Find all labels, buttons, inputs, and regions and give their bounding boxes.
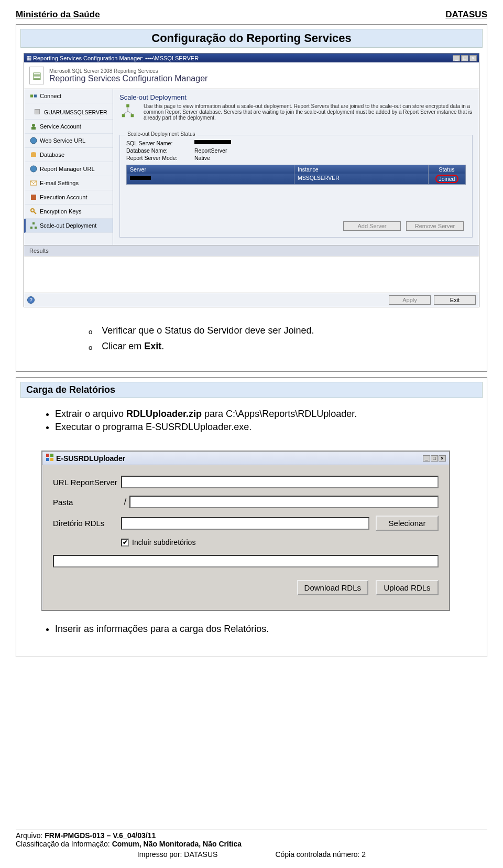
svg-rect-15 [35, 227, 37, 229]
th-server: Server [127, 165, 294, 174]
sidebar-item-email-settings[interactable]: E-mail Settings [24, 176, 113, 190]
content-frame-1: Configuração do Reporting Services ▦ Rep… [16, 24, 487, 372]
header-right: DATASUS [445, 9, 487, 20]
svg-rect-14 [30, 227, 32, 229]
nav-label-2: Database [40, 152, 64, 158]
status-v1-redacted [194, 140, 231, 144]
key-icon [30, 208, 37, 215]
svg-point-3 [32, 124, 35, 127]
svg-point-5 [30, 137, 37, 144]
close-button[interactable]: × [469, 55, 477, 61]
rs-app-icon: ▦ [26, 55, 33, 61]
uploader-maximize-button[interactable]: □ [431, 455, 438, 462]
instr1b: Clicar em Exit. [102, 341, 164, 355]
svg-rect-23 [50, 454, 53, 457]
instr3: Inserir as informações para a carga dos … [55, 624, 472, 635]
rs-window-title: Reporting Services Configuration Manager… [33, 55, 199, 61]
svg-rect-24 [46, 458, 49, 461]
include-subdirs-checkbox[interactable]: ✔ [121, 539, 129, 546]
url-input[interactable] [121, 476, 439, 488]
svg-rect-16 [126, 104, 129, 108]
status-k2: Database Name: [126, 147, 194, 154]
svg-line-20 [124, 111, 128, 114]
sidebar-item-web-service-url[interactable]: Web Service URL [24, 134, 113, 148]
content-frame-2: Carga de Relatórios Extrair o arquivo RD… [16, 377, 487, 657]
svg-rect-2 [35, 110, 40, 114]
rs-fieldset-legend: Scale-out Deployment Status [125, 131, 198, 137]
progress-bar [53, 555, 439, 567]
sidebar-instance-label: GUARU\MSSQLSERVER [44, 109, 107, 115]
include-subdirs-label: Incluir subdiretórios [132, 538, 195, 546]
pasta-input[interactable] [129, 496, 439, 508]
svg-rect-4 [31, 127, 36, 130]
rs-config-window: ▦ Reporting Services Configuration Manag… [24, 53, 479, 307]
add-server-button[interactable]: Add Server [343, 221, 401, 231]
rs-sidebar: Connect GUARU\MSSQLSERVER Service Accoun… [24, 89, 113, 245]
svg-rect-17 [122, 114, 125, 117]
svg-rect-10 [31, 195, 36, 200]
uploader-app-icon [46, 453, 54, 463]
nav-label-1: Web Service URL [40, 137, 85, 144]
globe-icon [30, 165, 37, 173]
dir-label: Diretório RDLs [53, 519, 121, 528]
tree-icon [30, 222, 37, 229]
download-rdls-button[interactable]: Download RDLs [297, 580, 368, 595]
instr1a: Verificar que o Status do Servidor deve … [102, 325, 314, 339]
minimize-button[interactable]: _ [453, 55, 460, 61]
rs-header-sub2: Reporting Services Configuration Manager [49, 74, 207, 83]
svg-rect-0 [30, 94, 33, 97]
dir-input[interactable] [121, 517, 369, 530]
remove-server-button[interactable]: Remove Server [406, 221, 464, 231]
apply-button[interactable]: Apply [389, 295, 431, 305]
sidebar-instance[interactable]: GUARU\MSSQLSERVER [24, 105, 113, 120]
uploader-window: E-SUSRDLUploader _ □ × URL ReportServer … [41, 451, 450, 611]
select-button[interactable]: Selecionar [376, 516, 439, 531]
sidebar-item-scale-out[interactable]: Scale-out Deployment [24, 219, 113, 233]
sidebar-item-encryption-keys[interactable]: Encryption Keys [24, 205, 113, 219]
maximize-button[interactable]: □ [461, 55, 468, 61]
svg-point-8 [30, 166, 37, 172]
status-v2: ReportServer [194, 147, 227, 154]
svg-rect-7 [31, 153, 36, 157]
svg-rect-25 [50, 458, 53, 461]
server-icon [34, 109, 41, 116]
pasta-prefix: / [121, 497, 129, 507]
pasta-label: Pasta [53, 498, 121, 507]
sidebar-item-service-account[interactable]: Service Account [24, 120, 113, 134]
nav-label-0: Service Account [40, 123, 81, 130]
td-server-redacted [130, 176, 151, 180]
globe-icon [30, 137, 37, 144]
bullet-icon: o [89, 325, 92, 339]
sidebar-item-report-manager-url[interactable]: Report Manager URL [24, 162, 113, 176]
svg-rect-22 [46, 454, 49, 457]
rs-results-pane [24, 256, 479, 293]
nav-label-6: Encryption Keys [40, 208, 81, 215]
rs-window-titlebar: ▦ Reporting Services Configuration Manag… [24, 53, 479, 62]
svg-line-12 [34, 211, 36, 214]
svg-rect-1 [34, 94, 37, 97]
upload-rdls-button[interactable]: Upload RDLs [376, 580, 439, 595]
nav-label-7: Scale-out Deployment [40, 222, 96, 229]
footer-printed-by: Impresso por: DATASUS [137, 850, 218, 859]
section2-title: Carga de Relatórios [20, 382, 483, 398]
uploader-minimize-button[interactable]: _ [423, 455, 430, 462]
bullet-icon: o [89, 341, 92, 355]
status-k3: Report Server Mode: [126, 155, 194, 161]
help-icon[interactable]: ? [27, 296, 35, 304]
exit-button[interactable]: Exit [434, 295, 476, 305]
sidebar-item-database[interactable]: Database [24, 148, 113, 162]
sidebar-connect[interactable]: Connect [24, 89, 113, 103]
uploader-title: E-SUSRDLUploader [56, 454, 125, 463]
url-label: URL ReportServer [53, 478, 121, 487]
uploader-close-button[interactable]: × [439, 455, 446, 462]
sidebar-item-execution-account[interactable]: Execution Account [24, 190, 113, 205]
td-instance: MSSQLSERVER [294, 174, 429, 184]
rs-main-desc: Use this page to view information about … [140, 103, 473, 126]
rs-main-title: Scale-out Deployment [119, 93, 473, 101]
svg-rect-13 [32, 222, 35, 224]
nav-label-4: E-mail Settings [40, 180, 79, 186]
td-status-joined: Joined [435, 175, 459, 183]
th-status: Status [429, 165, 465, 174]
mail-icon [30, 179, 37, 187]
table-row[interactable]: MSSQLSERVER Joined [127, 174, 465, 184]
